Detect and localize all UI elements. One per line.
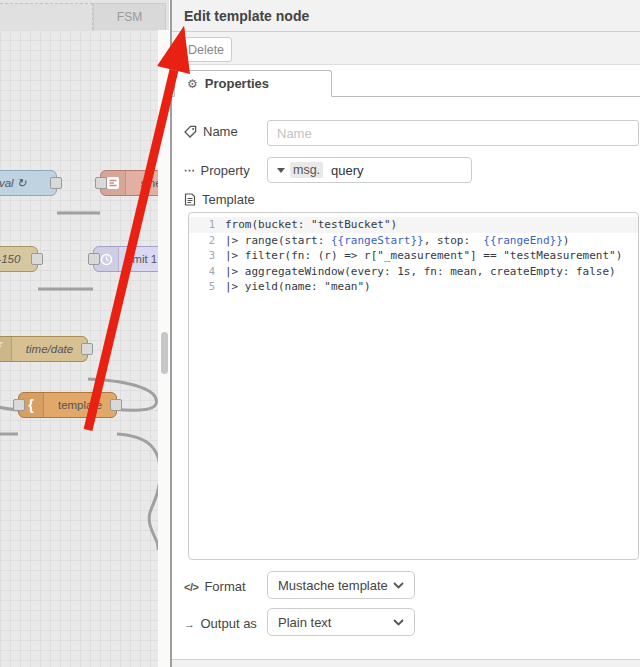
typed-input-type: msg. — [290, 162, 323, 178]
file-code-icon — [184, 193, 196, 206]
arrow-right-icon: → — [184, 618, 195, 630]
node-label: terval ↻ — [0, 176, 56, 190]
typed-input-type-button[interactable]: msg. — [268, 162, 329, 178]
dialog-tabrow: ⚙ Properties — [172, 64, 640, 97]
name-input[interactable] — [267, 120, 639, 146]
edit-node-dialog: Edit template node Delete ⚙ Properties N… — [170, 0, 640, 667]
property-typed-input: msg. — [267, 157, 472, 183]
node-input-port[interactable] — [95, 177, 107, 189]
caret-down-icon — [277, 168, 285, 173]
scrollbar-thumb[interactable] — [161, 332, 168, 374]
delete-button[interactable]: Delete — [180, 37, 232, 62]
node-output-port[interactable] — [81, 343, 93, 355]
line-number: 2 — [189, 233, 225, 249]
format-select[interactable]: Mustache template — [267, 571, 415, 599]
node-label: time/date — [12, 343, 87, 355]
template-code-lines: 1from(bucket: "testBucket")2|> range(sta… — [189, 213, 638, 295]
template-label: Template — [184, 192, 264, 207]
node-label: template — [44, 399, 116, 411]
line-number: 3 — [189, 248, 225, 264]
node-input-port[interactable] — [88, 253, 100, 265]
code-line[interactable]: 2|> range(start: {{rangeStart}}, stop: {… — [189, 233, 638, 249]
tag-icon — [184, 125, 197, 138]
line-number: 1 — [189, 217, 225, 233]
node-output-port[interactable] — [31, 253, 43, 265]
dialog-toolbar: Delete — [172, 32, 640, 65]
code-brackets-icon: </> — [184, 581, 198, 593]
gear-icon: ⚙ — [187, 77, 198, 91]
canvas-vertical-scrollbar[interactable] — [158, 0, 170, 667]
node-time-date[interactable]: f time/date — [0, 336, 88, 362]
dialog-title: Edit template node — [172, 0, 640, 32]
node-template[interactable]: { template — [18, 392, 117, 418]
node-output-port[interactable] — [110, 399, 122, 411]
code-line[interactable]: 1from(bucket: "testBucket") — [189, 217, 638, 233]
workspace-tab-fsm[interactable]: FSM — [93, 3, 166, 30]
property-label: ⋯ Property — [184, 163, 264, 178]
format-label: </> Format — [184, 579, 264, 594]
dialog-footer — [172, 659, 640, 667]
node-label: limit 1 ms — [119, 253, 158, 265]
function-icon: f — [0, 337, 12, 361]
workspace-tab-partial[interactable] — [0, 3, 93, 30]
line-number: 5 — [189, 279, 225, 295]
output-as-label: → Output as — [184, 616, 264, 631]
ellipsis-icon: ⋯ — [184, 164, 195, 177]
node-limit[interactable]: limit 1 ms — [93, 246, 158, 272]
node-output-port[interactable] — [50, 177, 62, 189]
code-line[interactable]: 3|> filter(fn: (r) => r["_measurement"] … — [189, 248, 638, 264]
property-value-input[interactable] — [329, 162, 471, 179]
chevron-down-icon — [393, 619, 404, 626]
chevron-down-icon — [393, 582, 404, 589]
output-as-select[interactable]: Plain text — [267, 608, 415, 636]
workspace-tabbar: FSM — [0, 0, 169, 30]
tab-properties[interactable]: ⚙ Properties — [174, 70, 332, 97]
code-line[interactable]: 5|> yield(name: "mean") — [189, 279, 638, 295]
flow-canvas[interactable]: terval ↻ sineW s-150 limit 1 ms f time/d… — [0, 0, 158, 667]
template-code-editor[interactable]: 1from(bucket: "testBucket")2|> range(sta… — [188, 212, 639, 560]
node-input-port[interactable] — [13, 399, 25, 411]
code-line[interactable]: 4|> aggregateWindow(every: 1s, fn: mean,… — [189, 264, 638, 280]
node-interval[interactable]: terval ↻ — [0, 170, 57, 196]
node-sinewave[interactable]: sineW — [100, 170, 158, 196]
line-number: 4 — [189, 264, 225, 280]
wire[interactable] — [117, 434, 158, 550]
node-s-150[interactable]: s-150 — [0, 246, 38, 272]
node-label: sineW — [126, 177, 158, 189]
name-label: Name — [184, 124, 264, 139]
